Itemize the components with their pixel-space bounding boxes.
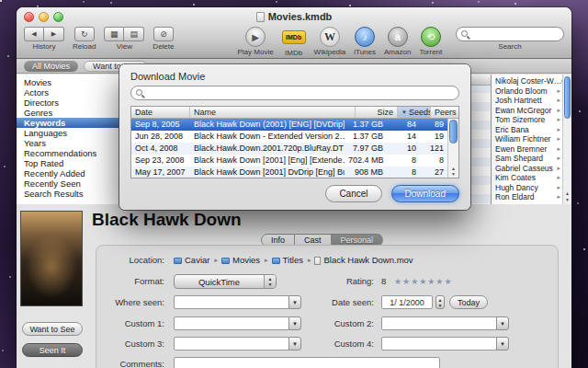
disclosure-icon[interactable]: ▸ <box>557 135 560 143</box>
back-button[interactable]: ◀ <box>24 27 44 41</box>
itunes-button[interactable]: ♪ <box>355 27 375 47</box>
close-button[interactable] <box>24 12 34 22</box>
format-popup[interactable]: QuickTime ▲▼ <box>174 274 277 289</box>
table-row[interactable]: May 17, 2007 Black Hawk Down [2001] DvDr… <box>131 167 447 178</box>
disclosure-icon[interactable]: ▸ <box>557 97 560 104</box>
combo-arrow-icon[interactable]: ▼ <box>288 316 301 330</box>
combo-arrow-icon[interactable]: ▼ <box>496 316 509 330</box>
breadcrumb-item[interactable]: Movies <box>221 253 268 268</box>
table-row[interactable]: Oct 4, 2008 Black.Hawk.Down.2001.720p.Bl… <box>131 143 447 155</box>
scrollbar-thumb[interactable] <box>449 120 458 144</box>
disclosure-icon[interactable]: ▸ <box>557 107 560 114</box>
disclosure-icon[interactable]: ▸ <box>557 184 560 191</box>
disclosure-icon[interactable]: ▸ <box>557 116 560 123</box>
list-item[interactable]: Ewan McGregor▸ <box>492 106 571 116</box>
custom3-combo[interactable]: ▼ <box>174 337 289 351</box>
list-item[interactable]: Kim Coates▸ <box>492 173 571 183</box>
column-header-size[interactable]: Size <box>356 107 398 118</box>
imdb-button[interactable]: IMDb <box>282 30 306 44</box>
custom1-combo[interactable]: ▼ <box>174 316 289 330</box>
list-item[interactable]: Ewen Bremner▸ <box>492 144 571 155</box>
custom2-combo[interactable]: ▼ <box>381 316 497 330</box>
date-stepper[interactable]: ▲▼ <box>435 295 445 309</box>
disclosure-icon[interactable]: ▸ <box>557 126 560 133</box>
torrent-button[interactable]: ⟲ <box>421 27 441 47</box>
custom4-combo[interactable]: ▼ <box>381 337 497 351</box>
disclosure-icon[interactable]: ▸ <box>557 165 560 172</box>
disclosure-icon[interactable]: ▸ <box>557 145 560 153</box>
comments-field[interactable] <box>174 357 440 368</box>
sidebar-item-recently-seen[interactable]: Recently Seen <box>17 178 120 189</box>
zoom-button[interactable] <box>53 12 63 22</box>
minimize-button[interactable] <box>39 12 49 22</box>
cell-date: Sep 8, 2005 <box>131 119 190 131</box>
sidebar-item-top-rated[interactable]: Top Rated <box>17 158 120 168</box>
amazon-button[interactable]: a <box>388 27 408 47</box>
today-button[interactable]: Today <box>449 295 488 309</box>
breadcrumb-item[interactable]: Caviar <box>174 253 218 268</box>
column-header-seeds[interactable]: ▼ Seeds <box>398 107 431 118</box>
list-item[interactable]: William Fichtner▸ <box>492 134 571 144</box>
toolbar-search-input[interactable] <box>456 27 564 41</box>
view-list-button[interactable]: ▤ <box>124 27 144 41</box>
column-header-date[interactable]: Date <box>131 107 190 118</box>
scrollbar-arrows[interactable]: ▲▼ <box>563 190 571 204</box>
rating-stars[interactable]: ★★★★★★★ <box>394 274 452 289</box>
combo-arrow-icon[interactable]: ▼ <box>496 337 509 351</box>
list-item[interactable]: Orlando Bloom▸ <box>492 86 571 97</box>
wikipedia-button[interactable]: W <box>320 27 340 47</box>
disclosure-icon[interactable]: ▸ <box>557 193 560 201</box>
list-item[interactable]: Hugh Dancy▸ <box>492 183 571 193</box>
forward-button[interactable]: ▶ <box>44 27 64 41</box>
view-grid-button[interactable]: ▦ <box>104 27 124 41</box>
table-scrollbar[interactable]: ▲▼ <box>447 119 458 178</box>
scroll-up-icon[interactable]: ▲ <box>565 190 570 197</box>
sidebar-item-recommendations[interactable]: Recommendations <box>17 148 120 158</box>
list-item[interactable]: Sam Shepard▸ <box>492 154 571 164</box>
sidebar-item-genres[interactable]: Genres <box>17 108 120 118</box>
reload-button[interactable]: ↻ <box>74 27 95 41</box>
sidebar-item-recently-added[interactable]: Recently Added <box>17 168 120 178</box>
table-row[interactable]: Sep 8, 2005 Black Hawk Down (2001) [ENG]… <box>131 119 447 131</box>
sidebar-item-years[interactable]: Years <box>17 138 120 148</box>
seen-it-button[interactable]: Seen It <box>22 343 83 357</box>
list-item[interactable]: Nikolaj Coster-W…▸ <box>492 76 571 86</box>
cancel-button[interactable]: Cancel <box>325 185 381 202</box>
list-item[interactable]: Eric Bana▸ <box>492 125 571 135</box>
table-row[interactable]: Sep 23, 2008 Black Hawk Down [2001] [Eng… <box>131 155 447 167</box>
movie-poster-thumbnail[interactable] <box>20 211 83 306</box>
date-seen-field[interactable]: 1/ 1/2000 <box>381 295 433 309</box>
where-seen-combo[interactable]: ▼ <box>174 295 289 309</box>
dialog-search-input[interactable] <box>130 86 459 100</box>
breadcrumb-item[interactable]: Black Hawk Down.mov <box>314 253 413 268</box>
disclosure-icon[interactable]: ▸ <box>557 155 560 162</box>
column-header-peers[interactable]: Peers <box>431 107 458 118</box>
sidebar-item-keywords[interactable]: Keywords <box>17 118 120 128</box>
combo-arrow-icon[interactable]: ▼ <box>288 337 301 351</box>
breadcrumb-item[interactable]: Titles <box>272 253 311 268</box>
play-movie-button[interactable]: ▶ <box>245 27 266 47</box>
scope-all-movies[interactable]: All Movies <box>24 61 78 72</box>
list-item[interactable]: Tom Sizemore▸ <box>492 115 571 125</box>
sidebar-item-search-results[interactable]: Search Results <box>17 189 120 199</box>
scrollbar-arrows[interactable]: ▲▼ <box>448 166 458 177</box>
list-item[interactable]: Josh Hartnett▸ <box>492 96 571 106</box>
sidebar-item-languages[interactable]: Languages <box>17 128 120 138</box>
titlebar[interactable]: Movies.kmdb <box>17 7 571 26</box>
want-to-see-button[interactable]: Want to See <box>22 322 83 336</box>
disclosure-icon[interactable]: ▸ <box>557 87 560 95</box>
actors-scrollbar[interactable]: ▲▼ <box>562 75 571 204</box>
sidebar-item-movies[interactable]: Movies <box>17 77 120 87</box>
disclosure-icon[interactable]: ▸ <box>557 174 560 181</box>
table-row[interactable]: Jun 28, 2008 Black Hawk Down - Extended … <box>131 131 447 143</box>
sidebar-item-actors[interactable]: Actors <box>17 87 120 98</box>
sidebar-item-directors[interactable]: Directors <box>17 98 120 108</box>
column-header-name[interactable]: Name <box>190 107 356 118</box>
combo-arrow-icon[interactable]: ▼ <box>288 295 301 309</box>
scrollbar-thumb[interactable] <box>564 76 571 119</box>
scroll-down-icon[interactable]: ▼ <box>565 197 570 203</box>
download-button[interactable]: Download <box>391 185 459 202</box>
list-item[interactable]: Gabriel Casseus▸ <box>492 164 571 174</box>
list-item[interactable]: Ron Eldard▸ <box>492 192 571 202</box>
delete-button[interactable]: ⊘ <box>153 27 174 41</box>
